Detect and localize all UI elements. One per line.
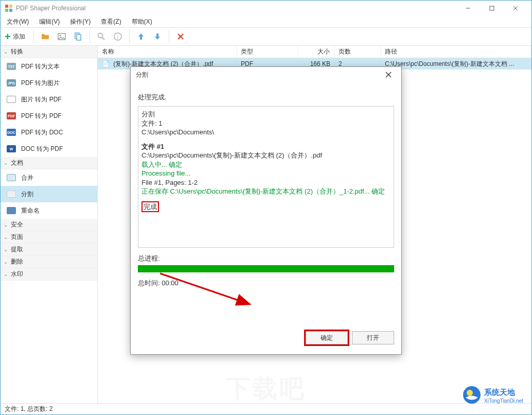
app-icon xyxy=(5,4,13,12)
jpg-icon: JPG xyxy=(7,78,16,88)
sidebar-group-extract[interactable]: ⌄ 提取 xyxy=(1,244,97,256)
window-maximize-button[interactable] xyxy=(480,1,504,16)
log-line: File #1, Pages: 1-2 xyxy=(141,178,391,187)
svg-rect-5 xyxy=(490,6,494,10)
log-done-highlight: 完成 xyxy=(141,201,159,213)
pdf-icon: PDF xyxy=(7,111,16,120)
copy-button[interactable] xyxy=(71,29,85,44)
column-type[interactable]: 类型 xyxy=(237,46,298,58)
total-time-label: 总时间: 00:00 xyxy=(138,272,394,290)
sidebar-item-pdf-to-doc[interactable]: DOC PDF 转为 DOC xyxy=(1,124,97,141)
svg-text:XiTongTianDi.net: XiTongTianDi.net xyxy=(484,398,523,404)
sidebar-group-label: 转换 xyxy=(11,47,23,56)
toolbar-separator xyxy=(129,30,130,43)
svg-line-13 xyxy=(102,38,104,40)
sidebar-group-label: 文档 xyxy=(11,159,23,167)
sidebar-group-page[interactable]: ⌄ 页面 xyxy=(1,231,97,244)
sidebar-item-pdf-to-image[interactable]: JPG PDF 转为图片 xyxy=(1,75,97,91)
toolbar-separator xyxy=(169,30,169,43)
sidebar-group-convert[interactable]: ⌄ 转换 xyxy=(1,46,97,58)
window-close-button[interactable] xyxy=(504,1,527,16)
menu-action[interactable]: 操作(Y) xyxy=(66,16,95,27)
image-icon: 🖼 xyxy=(7,95,16,104)
pdf-file-icon: 📄 xyxy=(102,60,110,67)
column-path[interactable]: 路径 xyxy=(381,46,531,58)
open-button[interactable]: 打开 xyxy=(352,331,394,344)
merge-icon xyxy=(7,173,16,182)
dialog-status: 处理完成. xyxy=(138,87,394,106)
search-button[interactable] xyxy=(94,29,109,44)
chevron-down-icon: ⌄ xyxy=(4,160,8,166)
sidebar-item-pdf-to-text[interactable]: TXT PDF 转为文本 xyxy=(1,58,97,75)
menu-file[interactable]: 文件(W) xyxy=(3,16,33,27)
sidebar-item-label: 重命名 xyxy=(21,206,40,215)
dialog-close-button[interactable] xyxy=(381,67,396,82)
svg-point-23 xyxy=(467,390,473,396)
info-button[interactable]: i xyxy=(111,29,125,44)
chevron-right-icon: ⌄ xyxy=(4,234,8,240)
sidebar-item-split[interactable]: 分割 xyxy=(1,186,97,202)
window-titlebar: PDF Shaper Professional xyxy=(1,1,531,16)
rename-icon xyxy=(7,206,16,215)
column-name[interactable]: 名称 xyxy=(98,46,237,58)
sidebar-item-merge[interactable]: 合并 xyxy=(1,169,97,186)
sidebar-item-image-to-pdf[interactable]: 🖼 图片 转为 PDF xyxy=(1,91,97,108)
dialog-title: 分割 xyxy=(136,71,381,79)
svg-rect-11 xyxy=(77,34,81,40)
add-button-label: 添加 xyxy=(13,32,25,41)
log-line: Processing file... xyxy=(141,169,391,178)
split-progress-dialog: 分割 处理完成. 分割 文件: 1 C:\Users\pc\Documents\… xyxy=(130,66,402,355)
list-header-row: 名称 类型 大小 页数 路径 xyxy=(98,46,531,58)
menu-help[interactable]: 帮助(X) xyxy=(128,16,156,27)
image-button[interactable] xyxy=(55,29,69,44)
svg-rect-0 xyxy=(5,5,8,8)
sidebar-group-watermark[interactable]: ⌄ 水印 xyxy=(1,268,97,281)
log-line: C:\Users\pc\Documents\(复制)-新建文本文档 (2)（合并… xyxy=(141,151,391,160)
column-pages[interactable]: 页数 xyxy=(334,46,381,58)
word-icon: W xyxy=(7,144,16,153)
sidebar-item-rename[interactable]: 重命名 xyxy=(1,202,97,219)
sidebar-group-label: 水印 xyxy=(11,270,23,279)
sidebar-group-label: 提取 xyxy=(11,245,23,254)
status-text: 文件: 1, 总页数: 2 xyxy=(5,405,52,413)
log-line: 文件: 1 xyxy=(141,119,391,128)
menu-edit[interactable]: 编辑(V) xyxy=(35,16,64,27)
sidebar-item-label: 分割 xyxy=(21,190,33,199)
txt-icon: TXT xyxy=(7,62,16,71)
menu-view[interactable]: 查看(Z) xyxy=(97,16,125,27)
delete-button[interactable] xyxy=(173,29,188,44)
sidebar-group-delete[interactable]: ⌄ 删除 xyxy=(1,256,97,268)
doc-icon: DOC xyxy=(7,128,16,137)
ok-button-label: 确定 xyxy=(321,334,333,342)
sidebar-item-doc-to-pdf[interactable]: W DOC 转为 PDF xyxy=(1,141,97,157)
ok-button[interactable]: 确定 xyxy=(306,331,348,344)
folder-button[interactable] xyxy=(38,29,52,44)
sidebar: ⌄ 转换 TXT PDF 转为文本 JPG PDF 转为图片 🖼 图片 转为 P… xyxy=(1,46,98,403)
file-path: C:\Users\pc\Documents\(复制)-新建文本文档 ... xyxy=(381,60,531,68)
chevron-right-icon: ⌄ xyxy=(4,259,8,265)
window-minimize-button[interactable] xyxy=(456,1,480,16)
add-button[interactable]: + 添加 xyxy=(4,29,29,44)
move-down-button[interactable] xyxy=(150,29,165,44)
move-up-button[interactable] xyxy=(134,29,148,44)
sidebar-group-document[interactable]: ⌄ 文档 xyxy=(1,157,97,169)
split-icon xyxy=(7,189,16,199)
log-line: 正在保存 C:\Users\pc\Documents\(复制)-新建文本文档 (… xyxy=(141,187,391,196)
svg-rect-1 xyxy=(9,5,12,8)
toolbar-separator xyxy=(90,30,90,43)
sidebar-item-label: PDF 转为 PDF xyxy=(21,112,62,120)
sidebar-group-security[interactable]: ⌄ 安全 xyxy=(1,219,97,231)
sidebar-item-label: PDF 转为 DOC xyxy=(21,128,63,137)
window-title: PDF Shaper Professional xyxy=(16,5,456,12)
svg-point-12 xyxy=(98,33,102,38)
sidebar-item-label: 合并 xyxy=(21,174,33,182)
log-line: 分割 xyxy=(141,110,391,119)
sidebar-item-label: DOC 转为 PDF xyxy=(21,145,63,153)
column-size[interactable]: 大小 xyxy=(298,46,334,58)
sidebar-item-pdf-to-pdf[interactable]: PDF PDF 转为 PDF xyxy=(1,108,97,124)
svg-text:i: i xyxy=(117,34,118,40)
menubar: 文件(W) 编辑(V) 操作(Y) 查看(Z) 帮助(X) xyxy=(1,16,531,27)
dialog-log-output[interactable]: 分割 文件: 1 C:\Users\pc\Documents\ 文件 #1 C:… xyxy=(138,106,394,248)
statusbar: 文件: 1, 总页数: 2 xyxy=(1,403,531,414)
svg-point-9 xyxy=(59,35,61,37)
